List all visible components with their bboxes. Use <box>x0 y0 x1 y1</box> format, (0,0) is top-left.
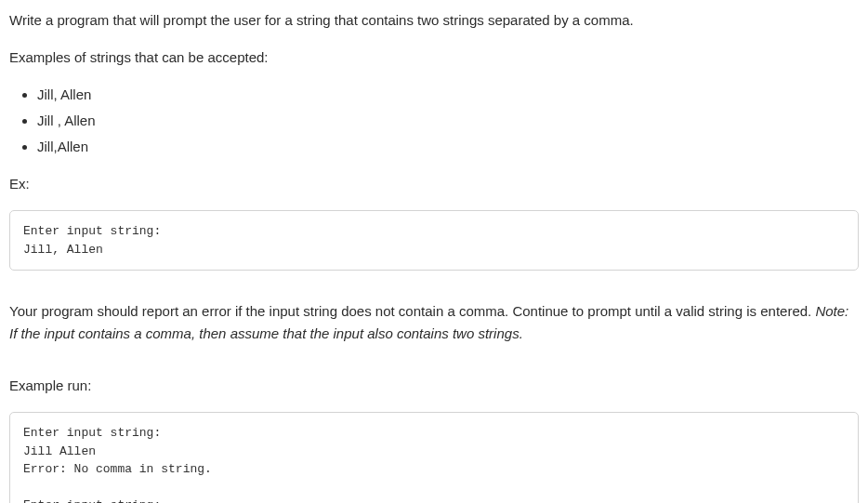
example-run-label: Example run: <box>9 375 859 397</box>
examples-intro: Examples of strings that can be accepted… <box>9 46 859 69</box>
intro-paragraph: Write a program that will prompt the use… <box>9 9 859 32</box>
code-block-2: Enter input string: Jill Allen Error: No… <box>9 412 859 503</box>
example-list: Jill, Allen Jill , Allen Jill,Allen <box>9 84 859 158</box>
list-item: Jill, Allen <box>37 84 859 106</box>
list-item: Jill,Allen <box>37 136 859 158</box>
error-paragraph: Your program should report an error if t… <box>9 300 859 345</box>
list-item: Jill , Allen <box>37 110 859 132</box>
ex-label: Ex: <box>9 173 859 195</box>
error-text: Your program should report an error if t… <box>9 303 815 319</box>
code-block-1: Enter input string: Jill, Allen <box>9 210 859 271</box>
